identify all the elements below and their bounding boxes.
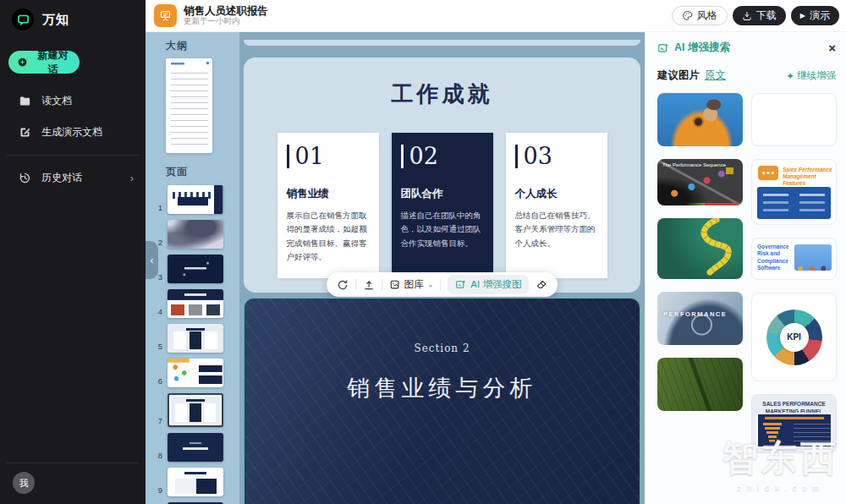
doc-updated: 更新于一小时内	[184, 17, 268, 26]
toolbar-divider	[382, 279, 382, 291]
style-button[interactable]: 风格	[672, 6, 728, 25]
sidebar-item-history[interactable]: 历史对话 ›	[0, 162, 146, 194]
page-row: 3	[154, 255, 239, 283]
page-number: 5	[154, 342, 162, 353]
gallery-dropdown[interactable]: 图库 ⌄	[389, 278, 434, 291]
sidebar: 万知 新建对话 读文档 生成演示文档 历史对话 › 我	[0, 0, 146, 504]
image-caption: PERFORMANCE	[663, 310, 727, 318]
suggested-image-leaf-macro[interactable]	[657, 358, 743, 411]
close-icon[interactable]: ×	[828, 41, 836, 54]
tape-measure-illustration	[657, 218, 743, 279]
folder-icon	[19, 95, 31, 107]
page-thumbnail-5[interactable]	[168, 324, 223, 353]
previous-slide-edge	[244, 40, 640, 46]
page-thumbnail-6[interactable]	[168, 359, 223, 387]
upload-icon[interactable]	[363, 279, 375, 291]
page-thumbnail-9[interactable]	[168, 468, 223, 496]
sidebar-item-gen-slides[interactable]: 生成演示文档	[0, 117, 146, 148]
card-body: 总结自己在销售技巧、客户关系管理等方面的个人成长。	[515, 209, 598, 249]
page-number: 4	[154, 307, 162, 318]
page-row: 5	[154, 324, 239, 353]
plus-circle-icon	[17, 57, 28, 68]
wanzhi-logo-icon	[12, 8, 34, 30]
suggested-image-metrics-bubbles[interactable]	[751, 93, 837, 146]
sidebar-item-read-doc[interactable]: 读文档	[0, 85, 146, 117]
page-thumbnail-7-selected[interactable]	[168, 393, 223, 427]
palette-icon	[682, 10, 693, 21]
page-row: 6	[154, 359, 239, 387]
page-thumbnail-2[interactable]	[168, 220, 223, 249]
thumbnail-panel: 大纲 页面 1 2 3 4 5 6 7 8 9 ‹	[146, 32, 239, 504]
source-link[interactable]: 原文	[705, 68, 726, 83]
slide-title: 工作成就	[244, 79, 640, 109]
chevron-left-icon: ‹	[151, 255, 154, 266]
watermark-domain: zhidx.com	[722, 484, 839, 492]
sidebar-item-label: 生成演示文档	[41, 125, 102, 140]
card-title: 销售业绩	[287, 187, 370, 201]
topbar: 销售人员述职报告 更新于一小时内 风格 下载 ▶ 演示	[146, 0, 846, 32]
doc-meta: 销售人员述职报告 更新于一小时内	[184, 5, 268, 26]
page-thumbnail-3[interactable]	[168, 255, 223, 283]
download-label: 下载	[756, 8, 777, 23]
present-button[interactable]: ▶ 演示	[791, 6, 839, 25]
sparkle-icon: ✦	[786, 70, 794, 82]
page-row: 8	[154, 433, 239, 462]
page-thumbnail-8[interactable]	[168, 433, 223, 462]
enhance-more-button[interactable]: ✦ 继续增强	[786, 69, 836, 82]
suggest-images-label: 建议图片	[657, 68, 700, 83]
suggested-image-marketing-funnel-chart[interactable]: SALES PERFORMANCE MARKETING FUNNEL CHART	[751, 394, 837, 453]
enhance-more-label: 继续增强	[797, 69, 836, 82]
play-icon: ▶	[800, 12, 805, 19]
history-icon	[19, 172, 31, 184]
suggested-image-kpi-donut[interactable]: KPI	[751, 293, 837, 381]
ai-search-panel: AI 增强搜索 × 建议图片 原文 ✦ 继续增强 The Performance…	[645, 32, 846, 504]
sidebar-divider	[7, 463, 139, 463]
card-body: 描述自己在团队中的角色，以及如何通过团队合作实现销售目标。	[401, 209, 484, 249]
image-icon	[389, 279, 400, 290]
achievement-card-2[interactable]: 02 团队合作 描述自己在团队中的角色，以及如何通过团队合作实现销售目标。	[392, 133, 493, 278]
outline-label: 大纲	[166, 39, 239, 53]
new-chat-button[interactable]: 新建对话	[8, 51, 80, 74]
chevron-right-icon: ›	[130, 172, 134, 184]
suggested-image-kid-magnifier[interactable]	[657, 93, 743, 146]
suggested-image-governance-compliance[interactable]: Governance Risk and Compliance Software	[751, 238, 837, 280]
suggested-image-sales-management-features[interactable]: Sales Performance Management Features	[751, 159, 837, 225]
page-number: 1	[154, 203, 162, 214]
eraser-icon[interactable]	[536, 279, 547, 291]
page-thumbnail-1[interactable]	[168, 185, 223, 214]
image-column-right: Sales Performance Management Features Go…	[751, 93, 837, 453]
regenerate-icon[interactable]	[337, 279, 349, 291]
page-thumbnail-4[interactable]	[168, 289, 223, 318]
image-caption: Governance Risk and Compliance Software	[757, 244, 796, 272]
section-kicker: Section 2	[244, 342, 640, 354]
outline-thumbnail[interactable]	[166, 58, 212, 153]
achievement-card-3[interactable]: 03 个人成长 总结自己在销售技巧、客户关系管理等方面的个人成长。	[506, 133, 607, 278]
logo-row: 万知	[0, 0, 146, 30]
avatar[interactable]: 我	[13, 472, 35, 494]
suggested-image-tape-measure[interactable]	[657, 218, 743, 279]
panel-header: AI 增强搜索 ×	[657, 41, 836, 55]
suggested-image-performance-touch[interactable]: PERFORMANCE	[657, 292, 743, 345]
suggested-image-performance-sequence[interactable]: The Performance Sequence	[657, 159, 743, 205]
page-row: 9	[154, 468, 239, 496]
card-body: 展示自己在销售方面取得的显著成绩，如超额完成销售目标、赢得客户好评等。	[287, 209, 370, 264]
page-number: 7	[154, 416, 162, 427]
sidebar-bottom: 我	[0, 456, 146, 504]
achievement-cards: 01 销售业绩 展示自己在销售方面取得的显著成绩，如超额完成销售目标、赢得客户好…	[244, 133, 640, 278]
download-icon	[742, 11, 752, 21]
download-button[interactable]: 下载	[733, 6, 786, 25]
slide-work-achievements[interactable]: 工作成就 01 销售业绩 展示自己在销售方面取得的显著成绩，如超额完成销售目标、…	[244, 58, 640, 293]
collapse-panel-handle[interactable]: ‹	[146, 241, 158, 279]
achievement-card-1[interactable]: 01 销售业绩 展示自己在销售方面取得的显著成绩，如超额完成销售目标、赢得客户好…	[277, 133, 379, 278]
page-row: 4	[154, 289, 239, 318]
page-row: 1	[154, 185, 239, 214]
ai-enhance-search-button[interactable]: AI 增强搜图	[448, 275, 529, 294]
present-label: 演示	[810, 8, 830, 23]
presentation-doc-icon	[154, 4, 177, 27]
edit-icon	[19, 126, 31, 139]
gallery-label: 图库	[404, 278, 424, 291]
image-caption: The Performance Sequence	[662, 162, 726, 167]
slide-section-2[interactable]: Section 2 销售业绩与分析	[244, 298, 640, 504]
pages-label: 页面	[166, 165, 239, 179]
image-column-left: The Performance Sequence PERFORMANCE	[657, 93, 743, 453]
